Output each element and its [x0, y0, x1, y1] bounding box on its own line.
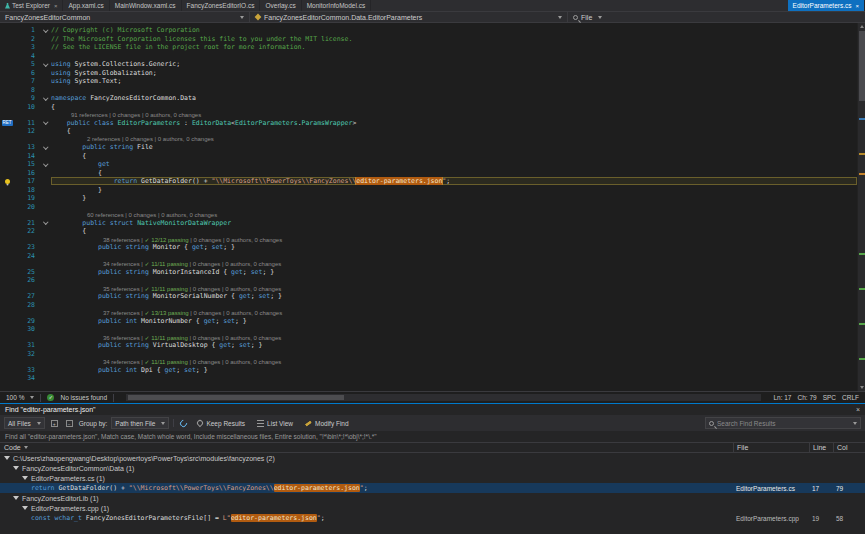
fold-chevron-icon[interactable]: [40, 164, 51, 166]
find-results-search[interactable]: [705, 417, 861, 429]
code-text[interactable]: public int Dpi { get; set; }: [51, 366, 857, 374]
tab-label: FancyZonesEditorIO.cs: [187, 2, 255, 9]
code-text[interactable]: 60 references | 0 changes | 0 authors, 0…: [51, 212, 857, 218]
lightbulb-icon[interactable]: [5, 179, 10, 184]
code-text[interactable]: 35 references | ✓ 11/11 passing | 0 chan…: [51, 285, 857, 292]
scroll-down-icon[interactable]: [860, 386, 864, 389]
tab-mainwindow-xaml-cs[interactable]: MainWindow.xaml.cs: [110, 0, 182, 11]
column-header-line[interactable]: Line: [809, 443, 833, 452]
code-text[interactable]: public string File: [51, 143, 857, 151]
spaces-indicator[interactable]: SPC: [823, 394, 836, 401]
result-group-row[interactable]: EditorParameters.cs (1): [0, 473, 865, 483]
scrollbar-thumb[interactable]: [859, 31, 865, 101]
expander-icon[interactable]: [13, 466, 19, 470]
code-editor[interactable]: 1// Copyright (c) Microsoft Corporation2…: [0, 23, 865, 391]
code-text[interactable]: 34 references | ✓ 11/11 passing | 0 chan…: [51, 358, 857, 365]
code-text[interactable]: public int MonitorNumber { get; set; }: [51, 317, 857, 325]
code-text[interactable]: 36 references | ✓ 11/11 passing | 0 chan…: [51, 334, 857, 341]
list-view-button[interactable]: List View: [253, 417, 297, 429]
result-row[interactable]: const wchar_t FancyZonesEditorParameters…: [0, 513, 865, 523]
expander-icon[interactable]: [13, 496, 19, 500]
code-text[interactable]: {: [51, 103, 857, 111]
code-text[interactable]: using System.Text;: [51, 77, 857, 85]
fold-chevron-icon[interactable]: [40, 122, 51, 124]
tab-overlay-cs[interactable]: Overlay.cs: [260, 0, 301, 11]
chevron-down-icon[interactable]: [24, 446, 28, 449]
result-group-row[interactable]: C:\Users\zhaopengwang\Desktop\powertoys\…: [0, 453, 865, 463]
code-text[interactable]: return GetDataFolder() + "\\Microsoft\\P…: [51, 177, 857, 185]
section-label[interactable]: Code: [4, 444, 21, 451]
tab-monitorinfomodel-cs[interactable]: MonitorInfoModel.cs: [302, 0, 372, 11]
modify-find-button[interactable]: Modify Find: [301, 417, 353, 429]
result-group-row[interactable]: FancyZonesEditorLib (1): [0, 493, 865, 503]
collapse-all-icon[interactable]: −: [64, 418, 75, 429]
code-text[interactable]: namespace FancyZonesEditorCommon.Data: [51, 94, 857, 102]
expand-all-icon[interactable]: +: [49, 418, 60, 429]
refresh-icon[interactable]: [178, 418, 189, 429]
gutter-badge[interactable]: RET: [2, 120, 13, 126]
keep-results-button[interactable]: Keep Results: [193, 417, 249, 429]
code-text[interactable]: }: [51, 186, 857, 194]
line-ending-indicator[interactable]: CRLF: [842, 394, 859, 401]
fold-chevron-icon[interactable]: [40, 147, 51, 149]
code-text[interactable]: 34 references | ✓ 11/11 passing | 0 chan…: [51, 260, 857, 267]
code-text[interactable]: public string VirtualDesktop { get; set;…: [51, 341, 857, 349]
code-text[interactable]: public struct NativeMonitorDataWrapper: [51, 219, 857, 227]
tab-test-explorer[interactable]: Test Explorer×: [0, 0, 63, 11]
code-text[interactable]: {: [51, 152, 857, 160]
editor-horizontal-scrollbar[interactable]: [126, 394, 761, 401]
fold-chevron-icon[interactable]: [40, 64, 51, 66]
health-check-icon[interactable]: ✓: [47, 394, 54, 401]
column-header-file[interactable]: File: [733, 443, 809, 452]
result-row[interactable]: return GetDataFolder() + "\\Microsoft\\P…: [0, 483, 865, 493]
fold-chevron-icon[interactable]: [40, 30, 51, 32]
fold-chevron-icon[interactable]: [40, 222, 51, 224]
project-dropdown[interactable]: FancyZonesEditorCommon: [0, 12, 250, 22]
result-group-row[interactable]: EditorParameters.cpp (1): [0, 503, 865, 513]
code-text[interactable]: {: [51, 127, 857, 135]
code-text[interactable]: 91 references | 0 changes | 0 authors, 0…: [51, 112, 857, 118]
member-dropdown[interactable]: File: [568, 12, 865, 22]
scrollbar-thumb[interactable]: [128, 395, 344, 400]
code-text[interactable]: using System.Globalization;: [51, 69, 857, 77]
code-text[interactable]: 2 references | 0 changes | 0 authors, 0 …: [51, 136, 857, 142]
code-text[interactable]: 37 references | ✓ 13/13 passing | 0 chan…: [51, 309, 857, 316]
active-document-tab[interactable]: EditorParameters.cs ×: [788, 0, 865, 11]
editor-vertical-scrollbar[interactable]: [857, 23, 865, 391]
code-text[interactable]: {: [51, 227, 857, 235]
column-header-col[interactable]: Col: [833, 443, 855, 452]
close-icon[interactable]: ×: [54, 3, 58, 9]
tab-fancyzoneseditorio-cs[interactable]: FancyZonesEditorIO.cs: [182, 0, 261, 11]
chevron-down-icon[interactable]: [30, 396, 34, 399]
zoom-control[interactable]: 100 %: [6, 394, 24, 401]
code-text[interactable]: // The Microsoft Corporation licenses th…: [51, 35, 857, 43]
code-text[interactable]: // Copyright (c) Microsoft Corporation: [51, 26, 857, 34]
scope-dropdown[interactable]: All Files: [4, 417, 45, 429]
find-results-search-input[interactable]: [717, 420, 850, 427]
type-dropdown[interactable]: FancyZonesEditorCommon.Data.EditorParame…: [250, 12, 568, 22]
code-text[interactable]: 38 references | ✓ 12/12 passing | 0 chan…: [51, 236, 857, 243]
close-icon[interactable]: ×: [855, 3, 859, 9]
code-text[interactable]: }: [51, 194, 857, 202]
code-text[interactable]: get: [51, 160, 857, 168]
code-text[interactable]: public class EditorParameters : EditorDa…: [51, 119, 857, 127]
codelens-row: 2 references | 0 changes | 0 authors, 0 …: [0, 136, 857, 144]
scroll-up-icon[interactable]: [860, 25, 864, 28]
code-text[interactable]: public string MonitorSerialNumber { get;…: [51, 292, 857, 300]
expander-icon[interactable]: [4, 456, 10, 460]
code-text[interactable]: // See the LICENSE file in the project r…: [51, 43, 857, 51]
tab-app-xaml-cs[interactable]: App.xaml.cs: [63, 0, 109, 11]
code-line: 4: [0, 52, 857, 61]
code-text[interactable]: public string Monitor { get; set; }: [51, 243, 857, 251]
expander-icon[interactable]: [22, 476, 28, 480]
code-text[interactable]: using System.Collections.Generic;: [51, 60, 857, 68]
search-match: editor-parameters.json: [274, 484, 360, 492]
code-text[interactable]: public string MonitorInstanceId { get; s…: [51, 268, 857, 276]
close-icon[interactable]: ×: [856, 406, 860, 413]
fold-chevron-icon[interactable]: [40, 98, 51, 100]
health-status-text[interactable]: No issues found: [60, 394, 107, 401]
expander-icon[interactable]: [22, 506, 28, 510]
code-text[interactable]: {: [51, 169, 857, 177]
result-group-row[interactable]: FancyZonesEditorCommon\Data (1): [0, 463, 865, 473]
group-by-dropdown[interactable]: Path then File: [111, 417, 169, 429]
